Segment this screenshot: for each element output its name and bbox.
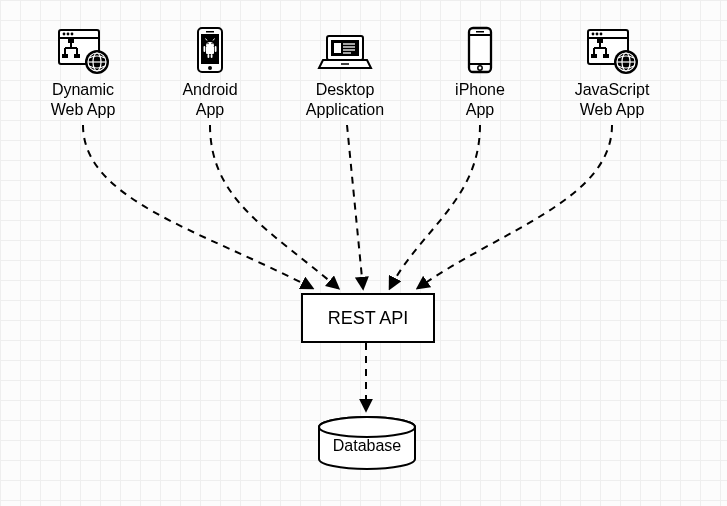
svg-rect-11 [62, 54, 68, 58]
svg-rect-22 [204, 46, 206, 52]
svg-rect-10 [68, 39, 74, 43]
svg-rect-21 [206, 46, 214, 54]
svg-rect-53 [597, 39, 603, 43]
edge-iphone-to-api [390, 125, 480, 288]
client-label-line2: App [196, 101, 224, 118]
client-label-line2: Web App [580, 101, 645, 118]
svg-point-45 [592, 33, 595, 36]
android-phone-icon [190, 26, 230, 76]
svg-rect-12 [74, 54, 80, 58]
edge-desktop-to-api [347, 125, 363, 288]
svg-rect-55 [603, 54, 609, 58]
client-dynamic-web-app: DynamicWeb App [30, 26, 136, 120]
client-js-web-app: JavaScriptWeb App [552, 26, 672, 120]
svg-point-19 [208, 66, 212, 70]
client-label-line1: JavaScript [575, 81, 650, 98]
rest-api-label: REST API [328, 308, 409, 329]
edge-js-to-api [418, 125, 612, 288]
client-desktop-app: DesktopApplication [285, 26, 405, 120]
client-label-line1: Dynamic [52, 81, 114, 98]
svg-rect-25 [211, 54, 213, 58]
rest-api-box: REST API [301, 293, 435, 343]
client-iphone-app: iPhoneApp [440, 26, 520, 120]
iphone-icon [460, 26, 500, 76]
edge-android-to-api [210, 125, 338, 288]
client-label-line2: App [466, 101, 494, 118]
svg-point-47 [600, 33, 603, 36]
svg-point-4 [71, 33, 74, 36]
client-label-line2: Application [306, 101, 384, 118]
laptop-icon [315, 26, 375, 76]
svg-rect-23 [215, 46, 217, 52]
svg-point-29 [211, 43, 212, 44]
svg-point-2 [63, 33, 66, 36]
svg-rect-32 [334, 43, 341, 53]
client-label-line1: Android [182, 81, 237, 98]
client-label-line1: iPhone [455, 81, 505, 98]
database-label: Database [315, 437, 419, 455]
browser-web-icon [53, 26, 113, 76]
svg-point-3 [67, 33, 70, 36]
svg-point-61 [319, 417, 415, 437]
edge-dynamic-to-api [83, 125, 312, 288]
client-label-line2: Web App [51, 101, 116, 118]
client-android-app: AndroidApp [165, 26, 255, 120]
svg-rect-20 [206, 31, 214, 33]
svg-point-46 [596, 33, 599, 36]
client-label-line1: Desktop [316, 81, 375, 98]
svg-point-28 [207, 43, 208, 44]
svg-rect-54 [591, 54, 597, 58]
database-node: Database [315, 415, 419, 471]
svg-rect-42 [476, 31, 484, 33]
browser-web-icon [582, 26, 642, 76]
svg-rect-24 [208, 54, 210, 58]
